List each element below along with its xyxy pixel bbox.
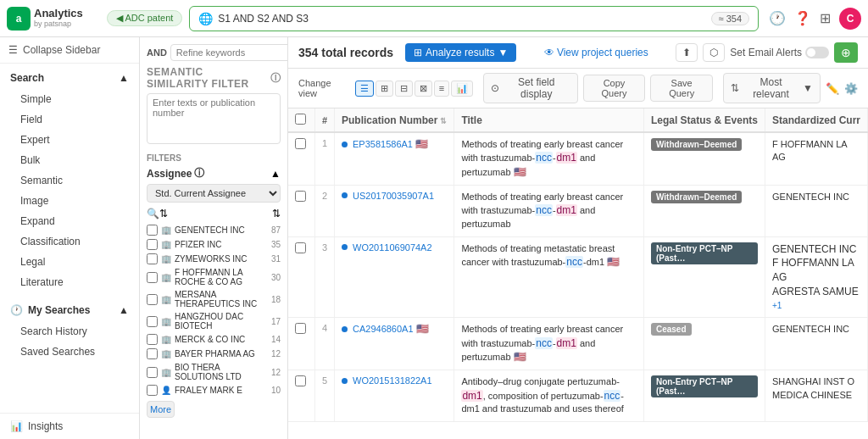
insights-icon: 📊	[10, 420, 23, 432]
row-checkbox[interactable]	[295, 323, 306, 334]
sort-relevance-btn[interactable]: ⇅ Most relevant ▼	[723, 73, 821, 103]
filter-checkbox[interactable]	[147, 385, 158, 396]
field-display-icon: ⊙	[491, 82, 499, 94]
pub-link[interactable]: WO2011069074A2	[353, 242, 432, 253]
col-title[interactable]: Title	[454, 108, 644, 132]
view-project-queries[interactable]: 👁 View project queries	[544, 47, 648, 58]
green-action-button[interactable]: ⊕	[834, 42, 858, 63]
pub-link[interactable]: WO2015131822A1	[353, 375, 432, 386]
more-button[interactable]: More	[147, 401, 175, 418]
avatar[interactable]: C	[839, 8, 861, 30]
sidebar-mysearches-header[interactable]: 🕐 My Searches ▲	[0, 299, 139, 321]
query-box[interactable]: 🌐 S1 AND S2 AND S3 ≈ 354	[189, 6, 759, 31]
collapse-sidebar-button[interactable]: ☰ Collapse Sidebar	[8, 44, 131, 56]
sidebar-insights[interactable]: 📊 Insights	[0, 413, 139, 439]
table-row: 4 CA2946860A1 🇺🇸 Methods of treating ear…	[288, 318, 868, 370]
share-button[interactable]: ⬡	[703, 43, 725, 62]
filter-item-count: 12	[271, 368, 281, 377]
status-badge: Ceased	[651, 323, 692, 336]
and-label: AND	[147, 47, 167, 58]
copy-query-btn[interactable]: Copy Query	[583, 75, 646, 102]
filter-checkbox[interactable]	[147, 272, 158, 283]
row-checkbox[interactable]	[295, 242, 306, 253]
history-icon[interactable]: 🕐	[769, 10, 786, 26]
filter-checkbox[interactable]	[147, 253, 158, 264]
assignee-select[interactable]: Std. Current Assignee	[147, 184, 281, 203]
sidebar-item-literature[interactable]: Literature	[0, 272, 139, 292]
sidebar-item-search-history[interactable]: Search History	[0, 321, 139, 342]
filter-checkbox[interactable]	[147, 239, 158, 250]
assignee-text: SHANGHAI INST O MEDICA CHINESE	[772, 375, 860, 402]
sidebar-top: ☰ Collapse Sidebar	[0, 37, 139, 64]
filter-checkbox[interactable]	[147, 316, 158, 327]
row-checkbox[interactable]	[295, 375, 306, 386]
row-num: 5	[314, 370, 334, 422]
filter-checkbox[interactable]	[147, 225, 158, 236]
view-compact-btn[interactable]: ⊠	[415, 81, 432, 97]
col-assignee[interactable]: Standardized Curr	[765, 108, 867, 132]
row-checkbox[interactable]	[295, 138, 306, 149]
filter-item-name: HANGZHOU DAC BIOTECH	[175, 312, 268, 331]
email-alerts-row: Set Email Alerts	[730, 47, 829, 58]
semantic-input[interactable]	[147, 93, 281, 144]
assignee-chevron-up[interactable]: ▲	[270, 168, 281, 180]
col-pub-num[interactable]: Publication Number ⇅	[335, 108, 454, 132]
filter-group-header: Assignee ⓘ ▲	[147, 166, 281, 181]
table-row: 2 US20170035907A1 Methods of treating ea…	[288, 185, 868, 236]
view-bar-btn[interactable]: 📊	[451, 81, 473, 97]
chevron-up-icon: ▲	[119, 72, 129, 84]
upload-button[interactable]: ⬆	[676, 43, 698, 62]
grid-icon[interactable]: ⊞	[820, 10, 831, 26]
analyze-results-button[interactable]: ⊞ Analyze results ▼	[405, 43, 516, 62]
breadcrumb-pill[interactable]: ◀ ADC patent	[107, 10, 182, 26]
title-text: Methods of treating early breast cancer …	[461, 191, 637, 231]
sidebar-item-legal[interactable]: Legal	[0, 252, 139, 272]
list-order-icon[interactable]: ⇅	[272, 208, 281, 220]
list-sort-icon[interactable]: ⇅	[159, 208, 168, 220]
sidebar-item-bulk[interactable]: Bulk	[0, 150, 139, 170]
email-alerts-label: Set Email Alerts	[730, 47, 802, 58]
filter-checkbox[interactable]	[147, 348, 158, 359]
sidebar-item-classification[interactable]: Classification	[0, 231, 139, 252]
view-list-btn[interactable]: ☰	[355, 81, 374, 97]
filter-list-controls: 🔍 ⇅ ⇅	[147, 208, 281, 220]
pub-link[interactable]: EP3581586A1	[353, 139, 413, 149]
view-grid-btn[interactable]: ⊞	[376, 81, 393, 97]
list-search-icon[interactable]: 🔍	[147, 208, 159, 220]
filter-list-item: 🏢 BIO THERA SOLUTIONS LTD 12	[147, 361, 281, 383]
sidebar-search-header[interactable]: Search ▲	[0, 67, 139, 89]
sidebar-item-semantic[interactable]: Semantic	[0, 170, 139, 191]
dot-indicator	[342, 378, 348, 384]
save-query-btn[interactable]: Save Query	[650, 75, 712, 102]
company-icon: 🏢	[161, 368, 171, 377]
filter-item-name: BIO THERA SOLUTIONS LTD	[175, 363, 268, 381]
sidebar-item-simple[interactable]: Simple	[0, 89, 139, 109]
filter-checkbox[interactable]	[147, 334, 158, 345]
sidebar-item-saved-searches[interactable]: Saved Searches	[0, 342, 139, 362]
sidebar-item-expert[interactable]: Expert	[0, 130, 139, 150]
pub-link[interactable]: US20170035907A1	[353, 191, 434, 201]
refine-keywords-input[interactable]	[170, 44, 288, 61]
settings-btn[interactable]: ⚙️	[844, 82, 858, 95]
logo-main: Analytics	[34, 8, 83, 19]
email-alerts-toggle[interactable]	[805, 47, 829, 58]
analyze-dropdown-icon: ▼	[498, 47, 508, 58]
col-legal[interactable]: Legal Status & Events	[643, 108, 765, 132]
sidebar-item-expand[interactable]: Expand	[0, 211, 139, 231]
help-icon[interactable]: ❓	[794, 10, 811, 26]
sidebar-item-image[interactable]: Image	[0, 191, 139, 211]
view-chart-btn[interactable]: ≡	[434, 81, 449, 97]
row-checkbox[interactable]	[295, 191, 306, 202]
pub-link[interactable]: CA2946860A1	[353, 324, 414, 334]
chevron-up-icon2: ▲	[119, 304, 129, 316]
select-all-checkbox[interactable]	[295, 114, 306, 125]
edit-pencil-btn[interactable]: ✏️	[826, 82, 839, 95]
view-tile-btn[interactable]: ⊟	[395, 81, 413, 97]
filter-checkbox[interactable]	[147, 367, 158, 378]
sidebar-item-field[interactable]: Field	[0, 109, 139, 130]
company-icon: 🏢	[161, 295, 171, 304]
filter-checkbox[interactable]	[147, 294, 158, 305]
filter-item-name: BAYER PHARMA AG	[175, 349, 268, 358]
set-field-display-btn[interactable]: ⊙ Set field display	[483, 73, 577, 103]
filter-item-count: 18	[271, 295, 281, 304]
